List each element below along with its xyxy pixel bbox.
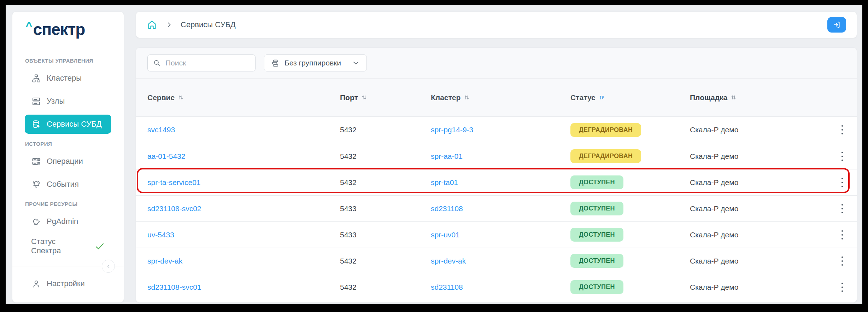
section-management-objects: ОБЪЕКТЫ УПРАВЛЕНИЯ xyxy=(25,58,111,64)
db-services-icon xyxy=(31,119,41,129)
app-logo: ^ спектр xyxy=(12,12,124,47)
port-value: 5432 xyxy=(340,126,431,134)
sort-arrows-icon xyxy=(464,94,470,100)
home-icon[interactable] xyxy=(147,19,157,30)
table-header: Сервис Порт xyxy=(136,79,857,117)
search-input[interactable] xyxy=(165,58,250,68)
status-badge: ДОСТУПЕН xyxy=(570,202,623,215)
table-row[interactable]: svc1493 5432 spr-pg14-9-3 ДЕГРАДИРОВАН С… xyxy=(136,117,857,143)
section-other-resources: ПРОЧИЕ РЕСУРСЫ xyxy=(25,201,111,207)
nodes-icon xyxy=(31,96,41,106)
table-toolbar: Без группировки xyxy=(136,48,857,79)
sidebar-item-label: События xyxy=(47,180,79,189)
table-row[interactable]: uv-5433 5433 spr-uv01 ДОСТУПЕН Скала-Р д… xyxy=(136,221,857,248)
row-actions-kebab-button[interactable] xyxy=(835,253,849,269)
row-actions-kebab-button[interactable] xyxy=(835,201,849,216)
sort-ascending-icon xyxy=(599,94,605,100)
logo-text: спектр xyxy=(33,21,85,37)
service-link[interactable]: spr-ta-service01 xyxy=(147,178,201,187)
sidebar-item-label: Узлы xyxy=(47,97,65,106)
events-bell-icon xyxy=(31,179,41,189)
sidebar-item-spektr-status[interactable]: Статус Спектра xyxy=(25,237,111,256)
sort-arrows-icon xyxy=(731,94,737,100)
column-header-service[interactable]: Сервис xyxy=(147,93,340,102)
sort-arrows-icon xyxy=(178,94,184,100)
sidebar-item-clusters[interactable]: Кластеры xyxy=(25,69,111,88)
site-value: Скала-Р демо xyxy=(690,204,828,213)
cluster-link[interactable]: spr-aa-01 xyxy=(431,152,463,161)
main-content: Сервисы СУБД xyxy=(136,12,857,304)
port-value: 5432 xyxy=(340,178,431,187)
grouping-label: Без группировки xyxy=(285,59,341,67)
sidebar-footer: Настройки xyxy=(12,266,124,302)
page-title: Сервисы СУБД xyxy=(181,20,236,29)
grouping-dropdown[interactable]: Без группировки xyxy=(264,54,367,71)
table-body: svc1493 5432 spr-pg14-9-3 ДЕГРАДИРОВАН С… xyxy=(136,117,857,302)
sidebar-item-settings[interactable]: Настройки xyxy=(25,274,111,293)
column-header-cluster[interactable]: Кластер xyxy=(431,93,570,102)
cluster-link[interactable]: sd231108 xyxy=(431,204,463,213)
cluster-link[interactable]: spr-ta01 xyxy=(431,178,458,187)
operations-icon xyxy=(31,156,41,166)
row-actions-kebab-button[interactable] xyxy=(835,122,849,138)
cluster-link[interactable]: sd231108 xyxy=(431,283,463,291)
site-value: Скала-Р демо xyxy=(690,152,828,161)
sidebar-item-pgadmin[interactable]: PgAdmin xyxy=(25,212,111,231)
pgadmin-elephant-icon xyxy=(31,216,41,226)
logo-caret-icon: ^ xyxy=(25,20,33,32)
table-row[interactable]: sd231108-svc02 5433 sd231108 ДОСТУПЕН Ск… xyxy=(136,195,857,221)
service-link[interactable]: spr-dev-ak xyxy=(147,257,182,265)
table-row[interactable]: sd231108-svc01 5432 sd231108 ДОСТУПЕН Ск… xyxy=(136,274,857,300)
login-button[interactable] xyxy=(827,17,846,33)
sidebar: ^ спектр ОБЪЕКТЫ УПРАВЛЕНИЯ Кластеры xyxy=(12,12,124,302)
services-table-card: Без группировки Сервис xyxy=(136,48,857,302)
sidebar-nav: ОБЪЕКТЫ УПРАВЛЕНИЯ Кластеры xyxy=(12,47,124,260)
column-header-status[interactable]: Статус xyxy=(570,93,690,102)
table-row[interactable]: spr-ta-service01 5432 spr-ta01 ДОСТУПЕН … xyxy=(136,169,857,195)
service-link[interactable]: sd231108-svc02 xyxy=(147,204,201,213)
sidebar-item-label: Настройки xyxy=(47,279,85,288)
cluster-link[interactable]: spr-pg14-9-3 xyxy=(431,126,473,134)
section-history: ИСТОРИЯ xyxy=(25,141,111,147)
site-value: Скала-Р демо xyxy=(690,126,828,134)
sidebar-item-nodes[interactable]: Узлы xyxy=(25,92,111,111)
grouping-icon xyxy=(271,59,280,68)
sidebar-item-label: Статус Спектра xyxy=(31,237,84,255)
status-badge: ДЕГРАДИРОВАН xyxy=(570,123,641,137)
sidebar-collapse-button[interactable] xyxy=(102,260,115,273)
row-actions-kebab-button[interactable] xyxy=(835,149,849,164)
chevron-right-icon xyxy=(165,21,173,29)
sidebar-item-db-services[interactable]: Сервисы СУБД xyxy=(25,115,111,134)
row-actions-kebab-button[interactable] xyxy=(835,175,849,190)
site-value: Скала-Р демо xyxy=(690,283,828,291)
status-badge: ДОСТУПЕН xyxy=(570,254,623,268)
table-row[interactable]: spr-dev-ak 5432 spr-dev-ak ДОСТУПЕН Скал… xyxy=(136,248,857,274)
status-badge: ДОСТУПЕН xyxy=(570,280,623,294)
service-link[interactable]: svc1493 xyxy=(147,126,175,134)
site-value: Скала-Р демо xyxy=(690,231,828,239)
port-value: 5432 xyxy=(340,152,431,161)
sidebar-item-label: Кластеры xyxy=(47,74,82,83)
site-value: Скала-Р демо xyxy=(690,178,828,187)
service-link[interactable]: aa-01-5432 xyxy=(147,152,185,161)
chevron-down-icon xyxy=(352,59,360,67)
cluster-link[interactable]: spr-uv01 xyxy=(431,231,460,239)
port-value: 5432 xyxy=(340,283,431,291)
sidebar-item-operations[interactable]: Операции xyxy=(25,152,111,171)
check-icon xyxy=(94,242,105,250)
row-actions-kebab-button[interactable] xyxy=(835,279,849,295)
sidebar-item-label: PgAdmin xyxy=(47,217,78,226)
site-value: Скала-Р демо xyxy=(690,257,828,265)
sidebar-item-events[interactable]: События xyxy=(25,175,111,194)
search-icon xyxy=(153,59,161,67)
sidebar-item-label: Сервисы СУБД xyxy=(47,120,102,129)
column-header-site[interactable]: Площадка xyxy=(690,93,828,102)
row-actions-kebab-button[interactable] xyxy=(835,227,849,243)
port-value: 5433 xyxy=(340,231,431,239)
column-header-port[interactable]: Порт xyxy=(340,93,431,102)
person-icon xyxy=(31,279,41,289)
table-row[interactable]: aa-01-5432 5432 spr-aa-01 ДЕГРАДИРОВАН С… xyxy=(136,143,857,169)
service-link[interactable]: sd231108-svc01 xyxy=(147,283,201,291)
service-link[interactable]: uv-5433 xyxy=(147,231,174,239)
cluster-link[interactable]: spr-dev-ak xyxy=(431,257,466,265)
